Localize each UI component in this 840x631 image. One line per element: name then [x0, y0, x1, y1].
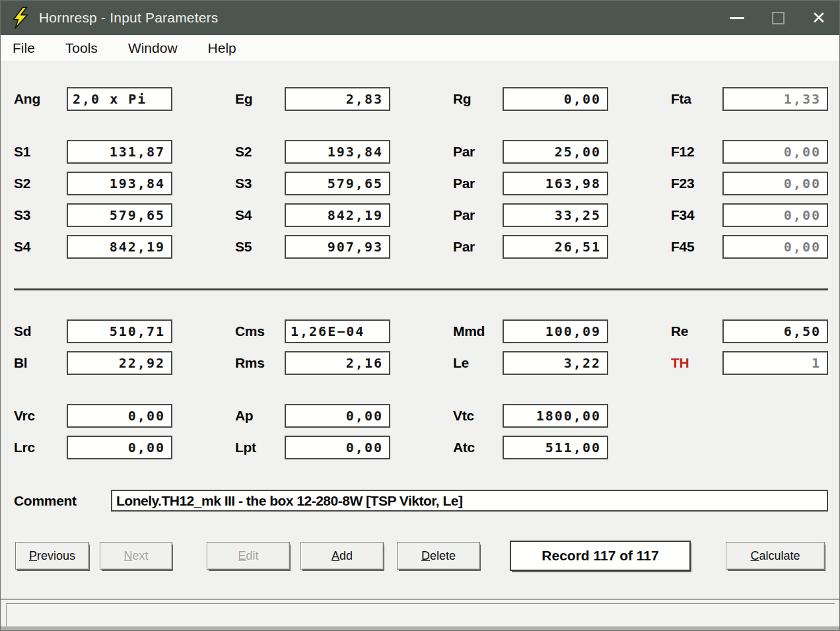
s4-value: 842,19 [286, 205, 389, 226]
s5-value: 907,93 [286, 236, 389, 257]
f12-field[interactable]: 0,00 [722, 140, 828, 164]
atc-value: 511,00 [504, 437, 607, 458]
s3b-field[interactable]: 579,65 [67, 203, 172, 227]
title-bar: Hornresp - Input Parameters ✕ [1, 1, 839, 35]
atc-label: Atc [453, 436, 475, 459]
s4b-value: 842,19 [68, 236, 171, 257]
f45-value: 0,00 [724, 236, 827, 257]
close-button[interactable]: ✕ [798, 1, 839, 35]
s2b-field[interactable]: 193,84 [67, 172, 172, 195]
f23-label: F23 [671, 172, 694, 195]
ang-label: Ang [14, 87, 40, 111]
re-field[interactable]: 6,50 [722, 319, 828, 343]
bl-label: Bl [14, 351, 27, 375]
lpt-field[interactable]: 0,00 [285, 436, 390, 459]
add-button[interactable]: Add [300, 542, 384, 570]
vtc-field[interactable]: 1800,00 [503, 404, 608, 428]
maximize-button[interactable] [757, 1, 798, 35]
lrc-value: 0,00 [68, 437, 171, 458]
status-bar [6, 603, 835, 626]
vrc-value: 0,00 [68, 405, 171, 426]
lrc-field[interactable]: 0,00 [67, 436, 172, 459]
ap-label: Ap [235, 404, 253, 428]
s2-value: 193,84 [286, 141, 389, 162]
par3-label: Par [453, 203, 475, 227]
f23-field[interactable]: 0,00 [722, 172, 828, 195]
minimize-icon [730, 17, 744, 19]
minimize-button[interactable] [717, 1, 757, 35]
sd-field[interactable]: 510,71 [67, 319, 172, 343]
window-bottom-edge [1, 626, 839, 631]
previous-button[interactable]: Previous [15, 542, 89, 570]
s3-field[interactable]: 579,65 [285, 172, 390, 195]
eg-value: 2,83 [286, 88, 389, 110]
delete-button[interactable]: Delete [397, 542, 480, 570]
record-indicator: Record 117 of 117 [510, 541, 691, 571]
rg-field[interactable]: 0,00 [503, 87, 608, 111]
lpt-value: 0,00 [286, 437, 389, 458]
f45-label: F45 [671, 235, 694, 259]
section-divider [14, 288, 828, 290]
par3-field[interactable]: 33,25 [503, 203, 608, 227]
eg-field[interactable]: 2,83 [285, 87, 390, 111]
menu-tools[interactable]: Tools [56, 40, 107, 56]
par3-value: 33,25 [504, 205, 607, 226]
s2b-label: S2 [14, 172, 30, 195]
mmd-value: 100,09 [504, 321, 607, 342]
comment-field[interactable]: Lonely.TH12_mk III - the box 12-280-8W [… [111, 490, 828, 512]
ang-value: 2,0 x Pi [68, 88, 171, 110]
s5-label: S5 [235, 235, 252, 259]
par4-field[interactable]: 26,51 [503, 235, 608, 259]
s1-value: 131,87 [68, 141, 171, 162]
mmd-field[interactable]: 100,09 [503, 319, 608, 343]
rms-value: 2,16 [286, 352, 389, 374]
menu-help[interactable]: Help [199, 40, 246, 56]
menu-file[interactable]: File [3, 40, 44, 56]
f34-field[interactable]: 0,00 [722, 203, 828, 227]
rms-field[interactable]: 2,16 [285, 351, 390, 375]
fta-field[interactable]: 1,33 [722, 87, 828, 111]
eg-label: Eg [235, 87, 252, 111]
status-separator [1, 599, 839, 600]
ap-value: 0,00 [286, 405, 389, 426]
edit-button[interactable]: Edit [207, 542, 290, 570]
s4-label: S4 [235, 203, 252, 227]
par2-value: 163,98 [504, 173, 607, 194]
le-label: Le [453, 351, 469, 375]
atc-field[interactable]: 511,00 [503, 436, 608, 459]
s4-field[interactable]: 842,19 [285, 203, 390, 227]
le-value: 3,22 [504, 352, 607, 374]
s3-label: S3 [235, 172, 252, 195]
ang-field[interactable]: 2,0 x Pi [67, 87, 172, 111]
s2-field[interactable]: 193,84 [285, 140, 390, 164]
lpt-label: Lpt [235, 436, 256, 459]
s1-field[interactable]: 131,87 [67, 140, 172, 164]
f12-label: F12 [671, 140, 694, 164]
bl-field[interactable]: 22,92 [67, 351, 172, 375]
ap-field[interactable]: 0,00 [285, 404, 390, 428]
calculate-button[interactable]: Calculate [726, 542, 825, 570]
comment-label: Comment [14, 490, 77, 512]
comment-value: Lonely.TH12_mk III - the box 12-280-8W [… [112, 491, 827, 510]
th-field[interactable]: 1 [722, 351, 828, 375]
next-button[interactable]: Next [100, 542, 172, 570]
menu-window[interactable]: Window [119, 40, 187, 56]
le-field[interactable]: 3,22 [503, 351, 608, 375]
th-label: TH [671, 351, 689, 375]
s5-field[interactable]: 907,93 [285, 235, 390, 259]
vtc-label: Vtc [453, 404, 474, 428]
par2-label: Par [453, 172, 475, 195]
cms-field[interactable]: 1,26E−04 [285, 319, 390, 343]
s4b-label: S4 [14, 235, 30, 259]
s1-label: S1 [14, 140, 30, 164]
vrc-field[interactable]: 0,00 [67, 404, 172, 428]
maximize-icon [772, 12, 785, 24]
par1-field[interactable]: 25,00 [503, 140, 608, 164]
par2-field[interactable]: 163,98 [503, 172, 608, 195]
f45-field[interactable]: 0,00 [722, 235, 828, 259]
s4b-field[interactable]: 842,19 [67, 235, 172, 259]
window-title: Hornresp - Input Parameters [39, 10, 219, 26]
f34-value: 0,00 [724, 205, 827, 226]
s3-value: 579,65 [286, 173, 389, 194]
fta-label: Fta [671, 87, 691, 111]
